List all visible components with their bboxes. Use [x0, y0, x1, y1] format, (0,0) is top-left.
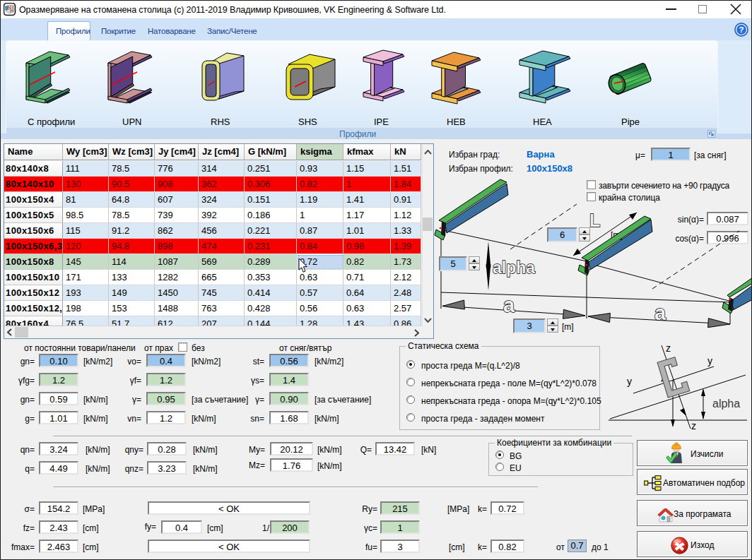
svg-text:a: a	[654, 302, 666, 324]
svg-text:a: a	[503, 294, 515, 316]
svg-text:alpha: alpha	[493, 258, 535, 277]
svg-text:?: ?	[739, 25, 744, 34]
svg-text:alpha: alpha	[712, 398, 740, 410]
svg-text:z: z	[691, 420, 696, 431]
svg-text:y: y	[627, 376, 632, 387]
svg-text:y: y	[707, 355, 712, 367]
svg-text:L: L	[589, 210, 600, 230]
svg-text:z: z	[666, 342, 671, 354]
